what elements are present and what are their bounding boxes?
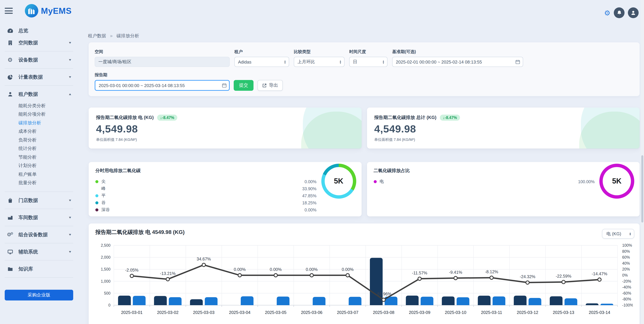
submit-button[interactable]: 提交 — [234, 80, 254, 91]
scrollbar-thumb[interactable] — [641, 155, 643, 222]
upgrade-enterprise-button[interactable]: 采购企业版 — [5, 290, 73, 300]
svg-text:2025-03-03: 2025-03-03 — [193, 310, 214, 315]
svg-text:-20%: -20% — [622, 279, 631, 283]
svg-text:0.00%: 0.00% — [270, 267, 282, 272]
svg-text:2025-03-07: 2025-03-07 — [337, 310, 358, 315]
sidebar-item-label: 知识库 — [18, 266, 72, 272]
submenu-item[interactable]: 能耗分类分析 — [0, 102, 78, 110]
divider — [5, 192, 73, 192]
sidebar-item-label: 设备数据 — [18, 57, 68, 63]
gauge-icon — [6, 27, 14, 34]
legend-dot — [95, 187, 98, 190]
legend-percentage: 100.00% — [578, 179, 595, 184]
legend-item: 电 100.00% — [374, 178, 595, 185]
divider — [5, 260, 73, 260]
factory-icon — [6, 215, 14, 220]
svg-text:-80%: -80% — [622, 297, 631, 301]
submenu-item[interactable]: 成本分析 — [0, 127, 78, 136]
sidebar-item-overview[interactable]: 总览 — [0, 25, 78, 37]
svg-text:0: 0 — [108, 303, 110, 307]
svg-text:-8.12%: -8.12% — [485, 269, 498, 274]
submenu-item[interactable]: 计划分析 — [0, 161, 78, 170]
tenant-submenu: 能耗分类分析 能耗分项分析 碳排放分析 成本分析 负荷分 — [0, 100, 78, 189]
submenu-item[interactable]: 能耗分项分析 — [0, 110, 78, 119]
comparison-type-select[interactable]: 上月环比▲▼ — [294, 57, 344, 67]
logo[interactable]: MyEMS — [25, 4, 72, 18]
hamburger-menu-icon[interactable] — [5, 8, 13, 14]
chevron-down-icon: ▼ — [68, 216, 72, 219]
tenant-select[interactable]: Adidas▲▼ — [234, 57, 289, 67]
svg-text:-13.21%: -13.21% — [160, 271, 176, 276]
pie-chart-icon — [6, 74, 14, 80]
kpi-title: 报告期二氧化碳排放 电 (KG) — [96, 115, 154, 121]
legend-percentage: 33.90% — [302, 186, 316, 191]
settings-gear-icon[interactable]: ⚙ — [604, 9, 610, 16]
legend-percentage: 0.00% — [304, 179, 316, 184]
legend-dot — [95, 180, 98, 183]
legend-label: 电 — [380, 179, 384, 185]
space-label: 空间 — [95, 49, 230, 55]
svg-text:1,500: 1,500 — [101, 267, 110, 271]
divider — [5, 85, 73, 86]
legend-dot — [374, 180, 376, 183]
donut-center-label: 5K — [612, 177, 622, 186]
sidebar-item-store-data[interactable]: 门店数据 ▼ — [0, 194, 78, 206]
submenu-item[interactable]: 批量分析 — [0, 179, 78, 187]
submenu-item[interactable]: 统计分析 — [0, 144, 78, 153]
user-avatar[interactable] — [628, 8, 639, 18]
chevron-down-icon: ▼ — [68, 75, 72, 79]
comparison-type-label: 比较类型 — [294, 49, 344, 55]
card-title: 分时用电排放二氧化碳 — [95, 168, 355, 174]
kpi-value: 4,549.98 — [374, 123, 632, 135]
tou-donut-chart: 5K — [321, 164, 356, 199]
submenu-item-label: 能耗分项分析 — [18, 111, 46, 118]
sidebar-item-equipment-data[interactable]: ⚙ 设备数据 ▼ — [0, 54, 78, 66]
legend-percentage: 0.00% — [304, 208, 316, 212]
sidebar-item-label: 门店数据 — [18, 197, 68, 203]
export-button-label: 导出 — [269, 82, 278, 88]
kpi-card-electricity: 报告期二氧化碳排放 电 (KG) ↓-8.47% 4,549.98 单位面积值 … — [89, 108, 362, 149]
myems-dashboard: MyEMS 总览 空间数据 ▼ ⚙ 设备数据 ▼ 计量表数据 — [0, 0, 644, 324]
tou-legend: 尖 0.00% 峰 33.90% 平 47.85% — [95, 178, 355, 213]
sidebar-item-space-data[interactable]: 空间数据 ▼ — [0, 37, 78, 49]
legend-item: 深谷 0.00% — [95, 206, 316, 213]
submenu-item[interactable]: 碳排放分析 — [0, 119, 78, 127]
sidebar-item-knowledge-base[interactable]: 知识库 — [0, 263, 78, 275]
sidebar-item-auxiliary-system[interactable]: 辅助系统 ▼ — [0, 246, 78, 258]
legend-item: 谷 18.25% — [95, 199, 316, 206]
sidebar-item-tenant-data[interactable]: 租户数据 ▲ — [0, 88, 78, 100]
reporting-period-input[interactable] — [95, 80, 230, 91]
submenu-item-label: 成本分析 — [18, 129, 36, 135]
legend-item: 尖 0.00% — [95, 178, 316, 185]
legend-dot — [95, 208, 98, 211]
breadcrumb-parent[interactable]: 租户数据 — [88, 33, 106, 38]
submenu-item[interactable]: 负荷分析 — [0, 136, 78, 144]
calendar-icon — [222, 83, 227, 88]
sidebar-item-meter-data[interactable]: 计量表数据 ▼ — [0, 71, 78, 83]
base-period-input[interactable] — [392, 57, 523, 67]
legend-percentage: 47.85% — [302, 193, 316, 198]
vertical-scrollbar[interactable] — [641, 0, 644, 324]
svg-text:100%: 100% — [622, 243, 632, 247]
emission-share-card: 二氧化碳排放占比 电 100.00% 5K — [367, 162, 640, 216]
breadcrumb-separator: » — [110, 33, 113, 38]
breadcrumb-current: 碳排放分析 — [116, 33, 139, 38]
export-button[interactable]: 导出 — [258, 80, 283, 91]
space-input[interactable] — [95, 57, 230, 67]
chart-unit-select[interactable]: 电 (KG) ▲▼ — [602, 229, 634, 239]
submenu-item[interactable]: 节能分析 — [0, 153, 78, 161]
submenu-item-label: 碳排放分析 — [18, 120, 41, 126]
divider — [5, 51, 73, 52]
svg-text:60%: 60% — [622, 255, 630, 259]
external-link-icon — [262, 83, 266, 88]
notifications-button[interactable] — [614, 8, 624, 18]
svg-text:-24.32%: -24.32% — [520, 274, 536, 279]
sidebar-item-combined-equipment-data[interactable]: ⚙⚙ 组合设备数据 ▼ — [0, 228, 78, 241]
tenant-label: 租户 — [234, 49, 289, 55]
submenu-item-label: 计划分析 — [18, 163, 36, 169]
divider — [5, 226, 73, 226]
period-type-select[interactable]: 日▲▼ — [349, 57, 388, 67]
arrow-down-icon: ↓ — [160, 116, 162, 120]
sidebar-item-shopfloor-data[interactable]: 车间数据 ▼ — [0, 211, 78, 223]
submenu-item[interactable]: 租户账单 — [0, 170, 78, 179]
